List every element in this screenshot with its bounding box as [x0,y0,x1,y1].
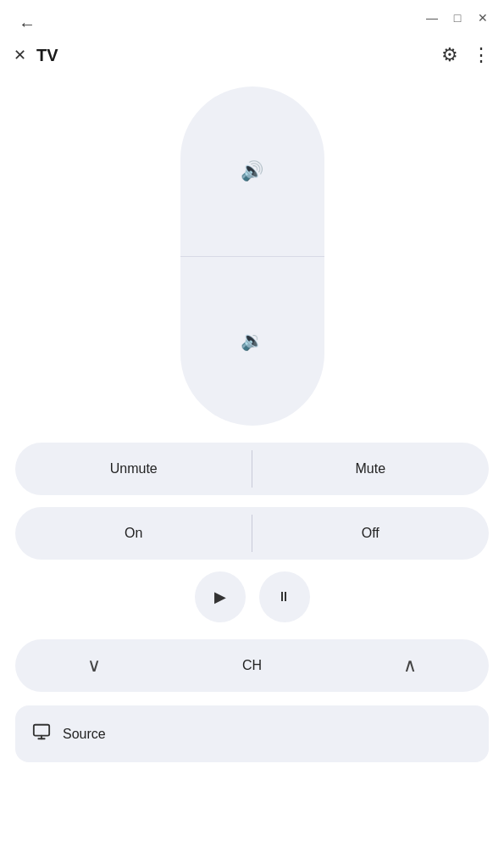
channel-row: ∨ CH ∧ [15,639,489,692]
back-button[interactable]: ← [14,10,41,37]
channel-up-button[interactable]: ∧ [331,655,489,677]
source-icon [32,722,51,745]
off-button[interactable]: Off [252,507,490,560]
source-button[interactable]: Source [15,705,489,762]
volume-up-button[interactable]: 🔊 [180,86,324,257]
settings-icon[interactable]: ⚙ [441,44,458,66]
pause-icon: ⏸ [277,589,292,605]
close-window-button[interactable]: ✕ [475,10,490,25]
volume-pill-container: 🔊 🔉 [0,86,504,426]
unmute-button[interactable]: Unmute [15,443,252,495]
minimize-button[interactable]: — [424,10,440,25]
mute-row: Unmute Mute [15,443,489,495]
power-row: On Off [15,507,489,560]
play-icon: ▶ [214,588,226,606]
chevron-down-icon: ∨ [87,655,101,677]
close-icon[interactable]: ✕ [14,46,26,64]
maximize-button[interactable]: □ [450,10,465,25]
channel-down-button[interactable]: ∨ [15,655,173,677]
mute-button[interactable]: Mute [252,443,490,495]
playback-row: ▶ ⏸ [0,571,504,622]
window-bar: — □ ✕ [411,0,504,36]
pause-button[interactable]: ⏸ [259,571,310,622]
page-title: TV [36,46,58,65]
volume-up-icon: 🔊 [241,160,263,182]
on-button[interactable]: On [15,507,252,560]
title-right: ⚙ ⋮ [441,44,490,66]
source-label: Source [63,727,106,742]
title-left: ✕ TV [14,46,58,65]
channel-label: CH [173,658,330,673]
chevron-up-icon: ∧ [403,655,417,677]
play-button[interactable]: ▶ [195,571,246,622]
volume-pill: 🔊 🔉 [180,86,324,426]
title-bar: ✕ TV ⚙ ⋮ [0,37,504,73]
svg-rect-0 [34,725,49,736]
more-icon[interactable]: ⋮ [472,44,490,66]
volume-down-icon: 🔉 [241,330,263,352]
volume-down-button[interactable]: 🔉 [180,257,324,426]
